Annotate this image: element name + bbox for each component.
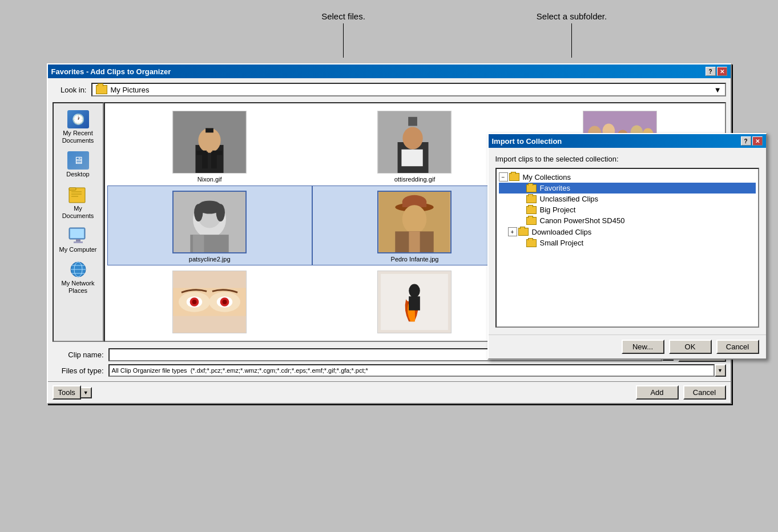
file-thumb-pedro-infante xyxy=(377,191,452,253)
mycomp-icon xyxy=(67,227,89,245)
file-item-fire-poster[interactable] xyxy=(312,265,517,338)
main-dialog-title: Favorites - Add Clips to Organizer xyxy=(51,67,171,76)
file-item-nixon[interactable]: Nixon.gif xyxy=(107,106,312,186)
titlebar-buttons: ? ✕ xyxy=(706,67,727,76)
import-description: Import clips to the selected collection: xyxy=(495,155,759,163)
folder-icon xyxy=(96,85,107,94)
main-dialog: Favorites - Add Clips to Organizer ? ✕ L… xyxy=(47,63,732,404)
add-button[interactable]: Add xyxy=(636,385,679,400)
sidebar-item-desktop-label: Desktop xyxy=(66,171,89,178)
svg-rect-17 xyxy=(205,128,213,132)
tree-label-favorites: Favorites xyxy=(539,184,570,192)
lookin-dropdown-arrow: ▼ xyxy=(714,86,721,94)
tree-folder-bigproject xyxy=(526,206,537,214)
svg-point-68 xyxy=(192,300,197,304)
lookin-value: My Pictures xyxy=(111,86,150,94)
import-help-button[interactable]: ? xyxy=(741,136,751,146)
tree-folder-unclassified xyxy=(526,195,537,203)
sidebar-item-recent[interactable]: 🕐 My RecentDocuments xyxy=(55,108,101,147)
annotation-line-2 xyxy=(571,23,572,58)
dialog-footer: Tools ▼ Add Cancel xyxy=(48,381,731,403)
sidebar-item-mycomp[interactable]: My Computer xyxy=(55,224,101,256)
tree-folder-smallproject xyxy=(526,239,537,247)
filetype-dropdown[interactable]: ▼ xyxy=(715,364,726,377)
svg-point-44 xyxy=(216,204,225,221)
sidebar-item-network[interactable]: My NetworkPlaces xyxy=(55,258,101,297)
ok-button[interactable]: OK xyxy=(669,340,712,354)
annotation-line-1 xyxy=(343,23,344,58)
svg-rect-53 xyxy=(409,231,420,252)
tree-label-smallproject: Small Project xyxy=(539,239,584,247)
filetype-label: Files of type: xyxy=(53,366,104,375)
file-name-pedro-infante: Pedro Infante.jpg xyxy=(391,256,439,263)
file-item-redeye[interactable] xyxy=(107,265,312,338)
svg-rect-76 xyxy=(409,296,421,311)
network-icon xyxy=(67,260,89,279)
sidebar: 🕐 My RecentDocuments 🖥 Desktop xyxy=(53,102,104,342)
tree-item-downloaded[interactable]: + Downloaded Clips xyxy=(499,226,756,237)
mydocs-icon xyxy=(67,186,89,204)
tools-button[interactable]: Tools xyxy=(53,385,81,400)
svg-rect-46 xyxy=(193,235,204,252)
close-button[interactable]: ✕ xyxy=(717,67,727,76)
file-item-pedro-infante[interactable]: Pedro Infante.jpg xyxy=(312,186,517,265)
help-button[interactable]: ? xyxy=(706,67,716,76)
footer-right: Add Cancel xyxy=(636,385,726,400)
recent-icon: 🕐 xyxy=(67,110,89,128)
svg-rect-21 xyxy=(212,151,223,155)
file-thumb-patsycline xyxy=(172,191,247,253)
svg-rect-26 xyxy=(402,150,423,166)
file-thumb-fire-poster xyxy=(377,271,452,333)
tree-item-favorites[interactable]: Favorites xyxy=(499,183,756,194)
svg-rect-4 xyxy=(71,196,78,197)
file-item-patsycline[interactable]: patsycline2.jpg xyxy=(107,186,312,265)
tree-item-smallproject[interactable]: Small Project xyxy=(499,237,756,248)
lookin-select[interactable]: My Pictures ▼ xyxy=(91,83,726,96)
sidebar-item-mydocs[interactable]: My Documents xyxy=(55,183,101,222)
import-dialog-titlebar: Import to Collection ? ✕ xyxy=(489,134,766,148)
tree-item-mycollections[interactable]: − My Collections xyxy=(499,171,756,183)
file-item-ottisredding[interactable]: ottisredding.gif xyxy=(312,106,517,186)
main-dialog-titlebar: Favorites - Add Clips to Organizer ? ✕ xyxy=(48,65,731,78)
lookin-bar: Look in: My Pictures ▼ xyxy=(53,83,726,96)
tree-label-unclassified: Unclassified Clips xyxy=(539,195,599,203)
tree-item-unclassified[interactable]: Unclassified Clips xyxy=(499,194,756,204)
import-content: Import clips to the selected collection:… xyxy=(489,148,766,334)
file-thumb-nixon xyxy=(172,111,247,174)
svg-rect-1 xyxy=(69,188,76,190)
import-dialog-title: Import to Collection xyxy=(492,137,562,146)
import-close-button[interactable]: ✕ xyxy=(752,136,763,146)
import-dialog: Import to Collection ? ✕ Import clips to… xyxy=(487,133,767,360)
annotation-select-subfolder: Select a subfolder. xyxy=(537,11,607,21)
svg-rect-25 xyxy=(409,117,418,126)
svg-rect-7 xyxy=(76,239,80,241)
sidebar-item-mycomp-label: My Computer xyxy=(59,246,96,253)
tools-dropdown-button[interactable]: ▼ xyxy=(81,387,92,398)
import-cancel-button[interactable]: Cancel xyxy=(716,340,759,354)
sidebar-item-network-label: My NetworkPlaces xyxy=(61,280,94,295)
tree-label-mycollections: My Collections xyxy=(522,173,571,182)
tree-folder-canon xyxy=(526,217,537,225)
annotation-select-files: Select files. xyxy=(321,11,365,21)
filetype-input[interactable] xyxy=(108,364,715,377)
file-name-ottisredding: ottisredding.gif xyxy=(394,176,436,183)
tree-toggle-mycollections[interactable]: − xyxy=(499,172,508,182)
svg-rect-3 xyxy=(71,194,82,195)
svg-rect-8 xyxy=(74,241,83,243)
tree-item-canon[interactable]: Canon PowerShot SD450 xyxy=(499,215,756,226)
tree-folder-mycollections xyxy=(509,173,519,181)
clipname-label: Clip name: xyxy=(53,350,104,359)
import-titlebar-buttons: ? ✕ xyxy=(741,136,763,146)
lookin-label: Look in: xyxy=(53,86,87,94)
sidebar-item-desktop[interactable]: 🖥 Desktop xyxy=(55,149,101,180)
tree-item-bigproject[interactable]: Big Project xyxy=(499,204,756,215)
file-name-patsycline: patsycline2.jpg xyxy=(189,256,231,263)
cancel-button[interactable]: Cancel xyxy=(683,385,726,400)
svg-point-24 xyxy=(403,127,423,149)
desktop-icon: 🖥 xyxy=(67,151,89,170)
tools-group: Tools ▼ xyxy=(53,385,92,400)
tree-toggle-downloaded[interactable]: + xyxy=(508,227,517,236)
sidebar-item-mydocs-label: My Documents xyxy=(58,205,99,220)
new-button[interactable]: New... xyxy=(622,340,664,354)
svg-rect-2 xyxy=(71,191,82,192)
